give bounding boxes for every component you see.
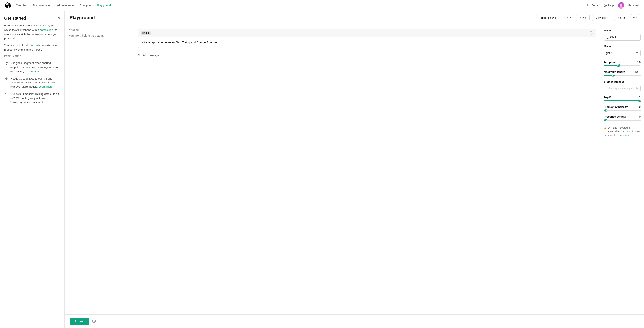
system-label: SYSTEM: [69, 29, 129, 31]
max-length-value: 1024: [634, 70, 641, 73]
right-panel: Mode 💬 Chat Complete Edit Model: [600, 25, 644, 315]
right-panel-footer: 🔒 API and Playground requests will not b…: [604, 125, 641, 137]
max-length-section: Maximum length 1024: [604, 70, 641, 76]
more-options-button[interactable]: •••: [631, 14, 639, 21]
top-p-value: 1: [639, 96, 641, 99]
keep-in-mind-label: KEEP IN MIND: [4, 54, 60, 58]
message-header: USER: [138, 29, 596, 37]
chat-panel: USER Write a rap battle between Alan Tur…: [134, 25, 600, 315]
help-button[interactable]: ? Help: [604, 4, 614, 7]
editor-submit-wrapper: SYSTEM USER Write a rap battle between A…: [64, 25, 644, 328]
preset-text: Rap battle writer: [538, 16, 565, 19]
send-icon: [4, 61, 8, 65]
max-length-row: Maximum length 1024: [604, 70, 641, 73]
add-message-label: Add message: [142, 54, 159, 57]
temperature-slider[interactable]: [604, 65, 641, 66]
mode-label: Mode: [604, 29, 641, 32]
sidebar-text2: You can control which: [4, 44, 30, 47]
nav-api-reference[interactable]: API reference: [57, 4, 74, 7]
svg-point-3: [620, 4, 622, 6]
frequency-penalty-slider[interactable]: [604, 110, 641, 111]
stop-sequences-label: Stop sequences: [604, 80, 641, 83]
model-label: Model: [604, 45, 641, 48]
forum-icon: [587, 4, 590, 7]
svg-rect-5: [5, 93, 8, 96]
view-code-button[interactable]: View code: [592, 14, 612, 21]
sidebar-items-list: Use good judgment when sharing outputs, …: [4, 61, 60, 104]
system-panel: SYSTEM: [64, 25, 134, 315]
navbar: Overview Documentation API reference Exa…: [0, 0, 644, 11]
save-button[interactable]: Save: [576, 14, 590, 21]
mode-section: Mode 💬 Chat Complete Edit: [604, 29, 641, 41]
history-icon: [92, 319, 96, 323]
message-block: USER Write a rap battle between Alan Tur…: [138, 29, 596, 48]
top-p-section: Top P 1: [604, 96, 641, 101]
playground-main: Playground Rap battle writer × ▾ Save Vi…: [64, 11, 644, 328]
user-role-badge: USER: [141, 31, 151, 35]
max-length-slider[interactable]: [604, 75, 641, 76]
submit-button[interactable]: Submit: [70, 318, 90, 325]
sidebar-item-text: Use good judgment when sharing outputs, …: [10, 61, 60, 73]
add-icon: ⊕: [138, 53, 141, 57]
page-title: Playground: [70, 15, 534, 20]
openai-logo[interactable]: [5, 2, 11, 8]
svg-text:?: ?: [604, 4, 606, 7]
nav-examples[interactable]: Examples: [80, 4, 91, 7]
sidebar-close-button[interactable]: ×: [58, 16, 60, 20]
sidebar-body: Enter an instruction or select a preset,…: [4, 23, 60, 104]
model-select[interactable]: gpt-4 gpt-3.5-turbo text-davinci-003: [604, 49, 641, 56]
presence-penalty-slider[interactable]: [604, 120, 641, 121]
calendar-icon: [4, 92, 8, 96]
preset-selector[interactable]: Rap battle writer × ▾: [536, 14, 574, 21]
sidebar-link-learn1[interactable]: Learn more.: [26, 69, 40, 73]
chevron-down-icon: ▾: [570, 16, 572, 19]
lightning-icon: [4, 77, 8, 81]
nav-overview[interactable]: Overview: [16, 4, 27, 7]
help-label: Help: [608, 4, 614, 7]
top-p-row: Top P 1: [604, 96, 641, 99]
temperature-label: Temperature: [604, 61, 620, 64]
avatar[interactable]: [618, 2, 624, 8]
personal-label[interactable]: Personal: [628, 4, 639, 7]
forum-button[interactable]: Forum: [587, 4, 600, 7]
list-item: Requests submitted to our API and Playgr…: [4, 77, 60, 89]
sidebar-link-learn2[interactable]: Learn more.: [39, 85, 53, 88]
footer-learn-more-link[interactable]: Learn more: [618, 134, 630, 137]
history-button[interactable]: [92, 319, 96, 324]
system-textarea[interactable]: [69, 34, 129, 310]
forum-label: Forum: [592, 4, 600, 7]
sidebar-para1: Enter an instruction or select a preset,…: [4, 23, 60, 41]
delete-message-button[interactable]: [590, 31, 593, 35]
top-p-slider[interactable]: [604, 100, 641, 101]
presence-penalty-row: Presence penalty 0: [604, 115, 641, 118]
mode-select[interactable]: Chat Complete Edit: [604, 34, 641, 41]
temperature-value: 0.8: [637, 61, 641, 64]
presence-penalty-section: Presence penalty 0: [604, 115, 641, 121]
share-button[interactable]: Share: [614, 14, 628, 21]
sidebar-link-model[interactable]: model: [31, 44, 38, 47]
sidebar-link-completion[interactable]: completion: [40, 28, 53, 31]
sidebar-heading: Get started: [4, 16, 26, 21]
stop-sequences-section: Stop sequences: [604, 80, 641, 91]
preset-clear-button[interactable]: ×: [566, 16, 568, 19]
presence-penalty-label: Presence penalty: [604, 115, 626, 118]
frequency-penalty-value: 0: [639, 105, 641, 108]
add-message-button[interactable]: ⊕ Add message: [138, 51, 596, 59]
sidebar: Get started × Enter an instruction or se…: [0, 11, 64, 328]
nav-right: Forum ? Help Personal: [587, 2, 639, 8]
nav-playground[interactable]: Playground: [97, 4, 111, 7]
nav-links: Overview Documentation API reference Exa…: [16, 4, 587, 7]
topbar: Playground Rap battle writer × ▾ Save Vi…: [64, 11, 644, 25]
nav-documentation[interactable]: Documentation: [33, 4, 51, 7]
temperature-row: Temperature 0.8: [604, 61, 641, 64]
presence-penalty-value: 0: [639, 115, 641, 118]
model-section: Model gpt-4 gpt-3.5-turbo text-davinci-0…: [604, 45, 641, 56]
message-content[interactable]: Write a rap battle between Alan Turing a…: [138, 37, 596, 48]
stop-sequences-input[interactable]: [604, 85, 641, 91]
list-item: Use good judgment when sharing outputs, …: [4, 61, 60, 73]
frequency-penalty-section: Frequency penalty 0: [604, 105, 641, 111]
max-length-label: Maximum length: [604, 70, 625, 73]
temperature-section: Temperature 0.8: [604, 61, 641, 66]
sidebar-para2: You can control which model completes yo…: [4, 43, 60, 52]
lock-icon: 🔒: [604, 126, 607, 130]
